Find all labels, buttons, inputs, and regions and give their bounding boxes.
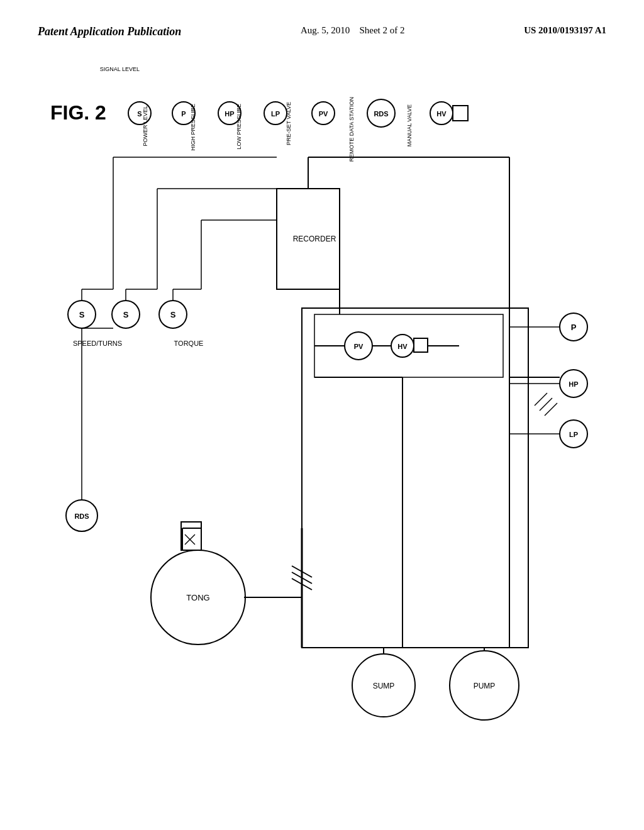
- page: Patent Application Publication Aug. 5, 2…: [0, 0, 644, 830]
- tong-actuator: [181, 522, 201, 550]
- legend-hp-sym: HP: [225, 110, 234, 118]
- hp-slash3: [545, 403, 557, 416]
- legend-pv-label: PRE-SET VALVE: [286, 102, 292, 145]
- legend-mv-sym: HV: [436, 110, 447, 118]
- hp-slash2: [540, 398, 552, 411]
- rds-label-diagram: RDS: [74, 512, 89, 520]
- torque-label: TORQUE: [174, 340, 204, 347]
- hv-rect-diagram: [414, 338, 428, 352]
- legend-power-label: POWER LEVEL: [142, 106, 148, 147]
- p-label-diagram: P: [571, 323, 577, 332]
- s-label-1: S: [79, 310, 85, 319]
- legend-lp-label: LOW PRESSURE: [236, 104, 242, 150]
- hv-label-diagram: HV: [397, 343, 408, 350]
- legend-power-sym: P: [181, 110, 186, 118]
- tong-label: TONG: [186, 593, 209, 602]
- legend-mv-label: MANUAL VALVE: [406, 104, 413, 147]
- publication-number: US 2010/0193197 A1: [524, 25, 606, 36]
- sump-label: SUMP: [373, 682, 395, 690]
- sheet-info: Sheet 2 of 2: [359, 25, 404, 35]
- pump-label: PUMP: [474, 682, 496, 690]
- s-label-3: S: [170, 310, 176, 319]
- legend-rds-sym: RDS: [374, 110, 388, 118]
- legend-rds-label: REMOTE DATA STATION: [348, 97, 355, 162]
- legend-signal-label: SIGNAL LEVEL: [100, 66, 140, 72]
- header-center: Aug. 5, 2010 Sheet 2 of 2: [301, 25, 404, 36]
- publication-date: Aug. 5, 2010: [301, 25, 350, 35]
- publication-title: Patent Application Publication: [38, 25, 181, 38]
- system-box: [302, 308, 528, 648]
- legend-lp-sym: LP: [271, 110, 280, 118]
- legend-signal-sym: S: [137, 110, 142, 118]
- lp-label-diagram: LP: [569, 431, 578, 438]
- hp-label-diagram: HP: [569, 380, 578, 388]
- legend-hp-label: HIGH PRESSURE: [190, 104, 196, 151]
- speed-turns-label: SPEED/TURNS: [73, 340, 122, 347]
- legend-pv-sym: PV: [319, 110, 328, 118]
- pv-label-diagram: PV: [354, 343, 364, 350]
- legend-mv-rect: [453, 106, 468, 121]
- header: Patent Application Publication Aug. 5, 2…: [0, 0, 644, 45]
- figure-label: FIG. 2: [50, 101, 106, 124]
- recorder-label: RECORDER: [293, 235, 336, 243]
- s-label-2: S: [123, 310, 129, 319]
- hp-slash1: [535, 393, 547, 406]
